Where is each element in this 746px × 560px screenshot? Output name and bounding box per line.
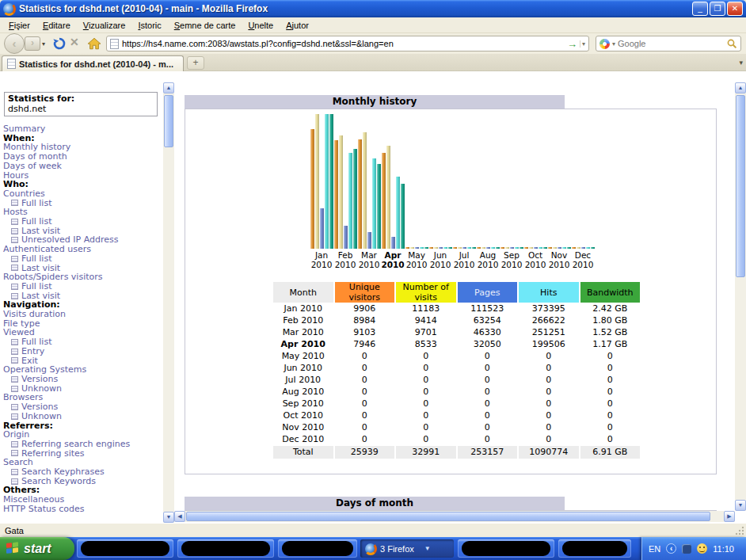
column-header-unique-visitors: Unique visitors (335, 282, 395, 303)
redacted-task-button[interactable] (558, 539, 631, 558)
sidebar-item-days-of-week[interactable]: Days of week (3, 162, 162, 171)
table-row: Mar 201091039701463302512511.52 GB (273, 327, 640, 338)
minimize-button[interactable]: _ (692, 2, 708, 16)
reload-icon[interactable] (52, 36, 67, 51)
table-row: Jan 20109906111831115233733952.42 GB (273, 303, 640, 314)
forward-button[interactable]: › (25, 36, 40, 51)
redacted-task-button[interactable] (458, 539, 554, 558)
desktop: Statistics for dshd.net (2010-04) - main… (0, 0, 746, 560)
chevron-down-icon[interactable]: ▼ (424, 545, 431, 552)
sidebar-item-visits-duration[interactable]: Visits duration (3, 310, 162, 319)
chart-bar-bandwidth-gb (329, 114, 333, 249)
scroll-up-icon[interactable]: ▲ (735, 82, 746, 93)
chart-column-oct-2010 (523, 114, 547, 249)
url-input[interactable] (122, 39, 565, 48)
sidebar-item-referring-search-engines[interactable]: Referring search engines (3, 440, 162, 449)
language-indicator[interactable]: EN (649, 544, 660, 554)
sidebar-item-versions[interactable]: Versions (3, 375, 162, 384)
chart-bar-hits (396, 177, 400, 249)
chart-month-label: Dec2010 (569, 251, 596, 269)
menu-bar: FişierEditareVizualizareIstoricSemne de … (0, 17, 746, 33)
url-bar[interactable]: → ▾ (106, 36, 589, 51)
chart-month-label: Sep2010 (498, 251, 525, 269)
firefox-task-label: 3 Firefox (380, 544, 414, 554)
sidebar-item-search-keyphrases[interactable]: Search Keyphrases (3, 467, 162, 477)
list-icon (11, 265, 18, 271)
chart-bar-hits (372, 158, 376, 249)
chart-bar-number-of-visits (339, 135, 343, 249)
sidebar-item-full-list[interactable]: Full list (3, 282, 162, 291)
search-input[interactable] (618, 39, 726, 48)
scroll-down-icon[interactable]: ▼ (163, 512, 174, 523)
menu-semne-de-carte[interactable]: Semne de carte (168, 18, 242, 32)
go-arrow-icon[interactable]: → (565, 38, 580, 50)
sidebar-item-countries[interactable]: Countries (3, 189, 162, 199)
history-dropdown-icon[interactable]: ▾ (42, 40, 45, 48)
sidebar-item-entry[interactable]: Entry (3, 347, 162, 356)
chart-month-label: Nov2010 (546, 251, 573, 269)
stop-icon[interactable]: ✕ (70, 36, 79, 48)
sidebar-nav: SummaryWhen:Monthly historyDays of month… (3, 124, 162, 514)
horizontal-scroll-thumb[interactable] (186, 512, 710, 521)
restore-button[interactable]: ❐ (710, 2, 725, 16)
scroll-up-icon[interactable]: ▲ (163, 82, 174, 93)
redacted-task-button[interactable] (77, 539, 173, 558)
sidebar-sub-label: Entry (21, 347, 44, 356)
tab-bar: Statistics for dshd.net (2010-04) - m...… (0, 54, 746, 71)
menu-vizualizare[interactable]: Vizualizare (77, 18, 132, 32)
scroll-left-icon[interactable]: ◀ (174, 511, 185, 522)
clock[interactable]: 11:10 (713, 544, 734, 554)
search-engine-dropdown-icon[interactable]: ▾ (612, 40, 615, 48)
horizontal-scrollbar[interactable]: ◀ ▶ (174, 511, 735, 522)
status-text: Gata (5, 526, 24, 535)
chart-month-label: May2010 (403, 251, 430, 269)
search-bar[interactable]: ▾ (596, 36, 741, 51)
main-scrollbar[interactable]: ▲ ▼ (735, 82, 746, 511)
menu-unelte[interactable]: Unelte (242, 18, 280, 32)
menu-istoric[interactable]: Istoric (131, 18, 167, 32)
redaction-overlay (462, 541, 550, 556)
list-tabs-icon[interactable]: ▾ (739, 59, 743, 67)
close-button[interactable]: ✕ (727, 2, 743, 16)
smiley-tray-icon[interactable] (697, 543, 707, 554)
menu-ajutor[interactable]: Ajutor (280, 18, 315, 32)
chart-month-label: Jan2010 (308, 251, 335, 269)
menu-editare[interactable]: Editare (36, 18, 77, 32)
sidebar-scroll-thumb[interactable] (164, 95, 173, 147)
menu-fi-ier[interactable]: Fişier (2, 18, 36, 32)
sidebar-item-http-status-codes[interactable]: HTTP Status codes (3, 505, 162, 514)
main-scroll-thumb[interactable] (736, 95, 745, 277)
chart-bar-unique-visitors (429, 247, 433, 249)
chart-bar-bandwidth-gb (448, 247, 452, 249)
scroll-right-icon[interactable]: ▶ (724, 511, 735, 522)
list-icon (11, 450, 18, 456)
new-tab-button[interactable]: + (187, 56, 204, 70)
chart-bar-unique-visitors (548, 247, 552, 249)
back-button[interactable]: ‹ (4, 33, 25, 54)
sidebar-item-full-list[interactable]: Full list (3, 254, 162, 264)
tray-arrow-icon[interactable]: ‹ (666, 543, 676, 554)
sidebar-scrollbar[interactable]: ▲ ▼ (163, 82, 174, 523)
chart-bar-hits (515, 247, 519, 249)
sidebar-item-summary[interactable]: Summary (3, 124, 162, 134)
firefox-task-button[interactable]: 3 Firefox ▼ (360, 539, 454, 558)
redacted-task-button[interactable] (278, 539, 357, 558)
scroll-down-icon[interactable]: ▼ (735, 500, 746, 511)
chart-bar-number-of-visits (481, 247, 485, 249)
chart-bar-pages (462, 247, 466, 249)
chart-bar-number-of-visits (434, 247, 438, 249)
resize-grip[interactable] (735, 526, 744, 535)
redacted-task-button[interactable] (177, 539, 274, 558)
table-row: Jul 201000000 (273, 375, 640, 386)
search-icon[interactable] (726, 38, 737, 49)
tray-icon[interactable] (682, 544, 691, 554)
start-button[interactable]: start (0, 537, 74, 560)
sidebar-item-full-list[interactable]: Full list (3, 217, 162, 227)
tab-statistics[interactable]: Statistics for dshd.net (2010-04) - m... (2, 55, 184, 71)
url-dropdown-icon[interactable]: ▾ (580, 40, 585, 48)
sidebar-item-unknown[interactable]: Unknown (3, 412, 162, 421)
chart-bar-unique-visitors (334, 140, 338, 249)
home-icon[interactable] (87, 36, 101, 51)
section-title-monthly-history: Monthly history (185, 95, 565, 109)
status-bar: Gata (0, 523, 746, 537)
